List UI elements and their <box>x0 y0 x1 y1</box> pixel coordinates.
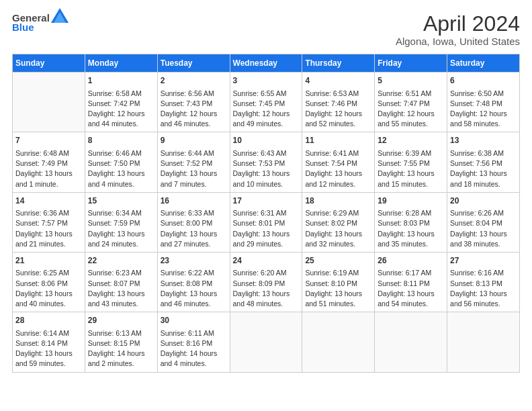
calendar-cell <box>447 312 520 372</box>
calendar-subtitle: Algona, Iowa, United States <box>396 36 520 47</box>
col-friday: Friday <box>375 54 447 73</box>
calendar-cell: 21Sunrise: 6:25 AMSunset: 8:06 PMDayligh… <box>13 252 85 312</box>
calendar-cell: 29Sunrise: 6:13 AMSunset: 8:15 PMDayligh… <box>85 312 157 372</box>
day-number: 12 <box>378 135 444 146</box>
col-monday: Monday <box>85 54 157 73</box>
calendar-cell <box>375 312 447 372</box>
day-info: Sunrise: 6:11 AMSunset: 8:16 PMDaylight:… <box>161 328 227 369</box>
calendar-cell: 14Sunrise: 6:36 AMSunset: 7:57 PMDayligh… <box>13 192 85 252</box>
day-info: Sunrise: 6:25 AMSunset: 8:06 PMDaylight:… <box>15 268 82 309</box>
calendar-cell: 2Sunrise: 6:56 AMSunset: 7:43 PMDaylight… <box>157 73 230 132</box>
calendar-cell: 20Sunrise: 6:26 AMSunset: 8:04 PMDayligh… <box>447 192 520 252</box>
main-container: General Blue April 2024 Algona, Iowa, Un… <box>0 0 532 379</box>
day-info: Sunrise: 6:16 AMSunset: 8:13 PMDaylight:… <box>450 268 517 309</box>
day-number: 4 <box>305 75 371 87</box>
day-number: 23 <box>161 255 227 267</box>
day-number: 22 <box>88 255 154 267</box>
day-info: Sunrise: 6:41 AMSunset: 7:54 PMDaylight:… <box>305 148 371 189</box>
day-info: Sunrise: 6:48 AMSunset: 7:49 PMDaylight:… <box>15 148 82 189</box>
calendar-cell: 25Sunrise: 6:19 AMSunset: 8:10 PMDayligh… <box>302 252 375 312</box>
calendar-cell: 12Sunrise: 6:39 AMSunset: 7:55 PMDayligh… <box>375 132 447 192</box>
day-number: 19 <box>378 195 444 207</box>
calendar-cell: 28Sunrise: 6:14 AMSunset: 8:14 PMDayligh… <box>13 312 85 372</box>
calendar-cell: 16Sunrise: 6:33 AMSunset: 8:00 PMDayligh… <box>157 192 230 252</box>
day-info: Sunrise: 6:31 AMSunset: 8:01 PMDaylight:… <box>233 208 300 249</box>
day-number: 24 <box>233 255 300 267</box>
day-number: 1 <box>88 75 154 87</box>
day-number: 26 <box>378 255 444 267</box>
day-number: 27 <box>450 255 517 267</box>
day-info: Sunrise: 6:43 AMSunset: 7:53 PMDaylight:… <box>233 148 300 189</box>
calendar-cell: 10Sunrise: 6:43 AMSunset: 7:53 PMDayligh… <box>230 132 302 192</box>
day-info: Sunrise: 6:28 AMSunset: 8:03 PMDaylight:… <box>378 208 444 249</box>
day-info: Sunrise: 6:55 AMSunset: 7:45 PMDaylight:… <box>233 89 300 130</box>
calendar-week-row: 28Sunrise: 6:14 AMSunset: 8:14 PMDayligh… <box>13 312 520 372</box>
day-info: Sunrise: 6:29 AMSunset: 8:02 PMDaylight:… <box>305 208 371 249</box>
header: General Blue April 2024 Algona, Iowa, Un… <box>12 12 520 47</box>
day-number: 10 <box>233 135 300 146</box>
day-info: Sunrise: 6:38 AMSunset: 7:56 PMDaylight:… <box>450 148 517 189</box>
col-thursday: Thursday <box>302 54 375 73</box>
calendar-cell: 23Sunrise: 6:22 AMSunset: 8:08 PMDayligh… <box>157 252 230 312</box>
calendar-cell: 3Sunrise: 6:55 AMSunset: 7:45 PMDaylight… <box>230 73 302 132</box>
calendar-cell: 15Sunrise: 6:34 AMSunset: 7:59 PMDayligh… <box>85 192 157 252</box>
col-wednesday: Wednesday <box>230 54 302 73</box>
calendar-cell: 6Sunrise: 6:50 AMSunset: 7:48 PMDaylight… <box>447 73 520 132</box>
day-number: 7 <box>15 135 82 146</box>
calendar-cell: 4Sunrise: 6:53 AMSunset: 7:46 PMDaylight… <box>302 73 375 132</box>
day-number: 18 <box>305 195 371 207</box>
calendar-cell: 22Sunrise: 6:23 AMSunset: 8:07 PMDayligh… <box>85 252 157 312</box>
day-info: Sunrise: 6:14 AMSunset: 8:14 PMDaylight:… <box>15 328 82 369</box>
day-number: 9 <box>161 135 227 146</box>
day-info: Sunrise: 6:58 AMSunset: 7:42 PMDaylight:… <box>88 89 154 130</box>
calendar-title: April 2024 <box>396 12 520 36</box>
calendar-cell: 27Sunrise: 6:16 AMSunset: 8:13 PMDayligh… <box>447 252 520 312</box>
col-tuesday: Tuesday <box>157 54 230 73</box>
calendar-table: Sunday Monday Tuesday Wednesday Thursday… <box>12 54 520 372</box>
logo: General Blue <box>12 12 69 33</box>
day-number: 15 <box>88 195 154 207</box>
day-info: Sunrise: 6:39 AMSunset: 7:55 PMDaylight:… <box>378 148 444 189</box>
calendar-cell: 8Sunrise: 6:46 AMSunset: 7:50 PMDaylight… <box>85 132 157 192</box>
day-number: 20 <box>450 195 517 207</box>
day-info: Sunrise: 6:36 AMSunset: 7:57 PMDaylight:… <box>15 208 82 249</box>
calendar-cell: 19Sunrise: 6:28 AMSunset: 8:03 PMDayligh… <box>375 192 447 252</box>
day-info: Sunrise: 6:26 AMSunset: 8:04 PMDaylight:… <box>450 208 517 249</box>
day-number: 25 <box>305 255 371 267</box>
day-info: Sunrise: 6:13 AMSunset: 8:15 PMDaylight:… <box>88 328 154 369</box>
day-info: Sunrise: 6:46 AMSunset: 7:50 PMDaylight:… <box>88 148 154 189</box>
day-info: Sunrise: 6:34 AMSunset: 7:59 PMDaylight:… <box>88 208 154 249</box>
day-number: 30 <box>161 315 227 326</box>
calendar-week-row: 1Sunrise: 6:58 AMSunset: 7:42 PMDaylight… <box>13 73 520 132</box>
day-info: Sunrise: 6:22 AMSunset: 8:08 PMDaylight:… <box>161 268 227 309</box>
title-block: April 2024 Algona, Iowa, United States <box>396 12 520 47</box>
day-number: 11 <box>305 135 371 146</box>
day-number: 5 <box>378 75 444 87</box>
calendar-week-row: 7Sunrise: 6:48 AMSunset: 7:49 PMDaylight… <box>13 132 520 192</box>
calendar-cell: 13Sunrise: 6:38 AMSunset: 7:56 PMDayligh… <box>447 132 520 192</box>
col-sunday: Sunday <box>13 54 85 73</box>
calendar-cell: 11Sunrise: 6:41 AMSunset: 7:54 PMDayligh… <box>302 132 375 192</box>
day-number: 29 <box>88 315 154 326</box>
day-info: Sunrise: 6:33 AMSunset: 8:00 PMDaylight:… <box>161 208 227 249</box>
logo-icon <box>51 8 69 23</box>
calendar-cell: 17Sunrise: 6:31 AMSunset: 8:01 PMDayligh… <box>230 192 302 252</box>
day-info: Sunrise: 6:23 AMSunset: 8:07 PMDaylight:… <box>88 268 154 309</box>
day-info: Sunrise: 6:51 AMSunset: 7:47 PMDaylight:… <box>378 89 444 130</box>
calendar-cell: 1Sunrise: 6:58 AMSunset: 7:42 PMDaylight… <box>85 73 157 132</box>
day-number: 2 <box>161 75 227 87</box>
day-info: Sunrise: 6:56 AMSunset: 7:43 PMDaylight:… <box>161 89 227 130</box>
calendar-cell <box>230 312 302 372</box>
calendar-week-row: 21Sunrise: 6:25 AMSunset: 8:06 PMDayligh… <box>13 252 520 312</box>
day-number: 16 <box>161 195 227 207</box>
day-number: 28 <box>15 315 82 326</box>
col-saturday: Saturday <box>447 54 520 73</box>
day-info: Sunrise: 6:17 AMSunset: 8:11 PMDaylight:… <box>378 268 444 309</box>
day-info: Sunrise: 6:53 AMSunset: 7:46 PMDaylight:… <box>305 89 371 130</box>
day-number: 17 <box>233 195 300 207</box>
calendar-cell: 9Sunrise: 6:44 AMSunset: 7:52 PMDaylight… <box>157 132 230 192</box>
day-number: 13 <box>450 135 517 146</box>
day-info: Sunrise: 6:44 AMSunset: 7:52 PMDaylight:… <box>161 148 227 189</box>
calendar-cell: 24Sunrise: 6:20 AMSunset: 8:09 PMDayligh… <box>230 252 302 312</box>
day-number: 8 <box>88 135 154 146</box>
